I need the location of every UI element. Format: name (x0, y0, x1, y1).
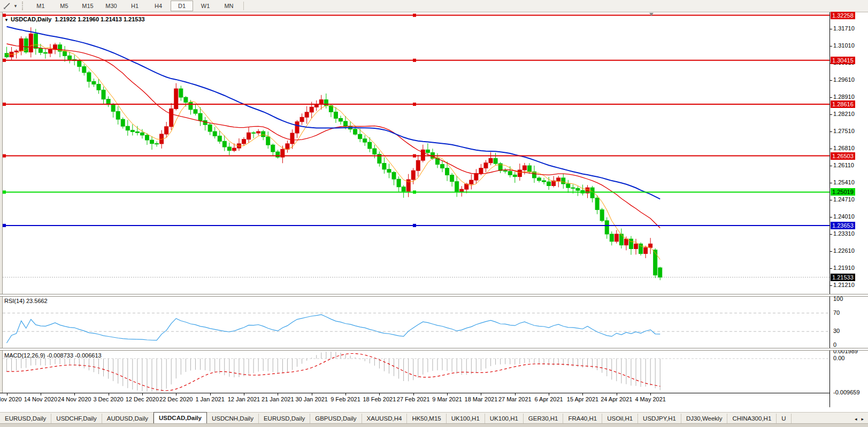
chart-ohlc-values: 1.21922 1.21960 1.21413 1.21533 (55, 16, 144, 22)
rsi-panel[interactable]: RSI(14) 23.5662 (0, 296, 829, 348)
line-drag-handle[interactable] (413, 190, 416, 193)
line-drag-handle[interactable] (413, 14, 416, 17)
line-drag-handle[interactable] (3, 103, 6, 106)
chart-tab-u[interactable]: U (777, 414, 791, 424)
candle-body (194, 110, 197, 113)
price-tick-label: 1.24010 (833, 213, 855, 220)
price-tick-label: 1.31710 (833, 25, 855, 32)
candle-body (170, 109, 173, 127)
timeframe-button-h1[interactable]: H1 (124, 1, 146, 11)
chart-tab-uk100h1[interactable]: UK100,H1 (447, 414, 485, 424)
candle-body (334, 112, 337, 118)
mt4-window: ▾ M1M5M15M30H1H4D1W1MN ▼USDCAD,Daily 1.2… (0, 0, 868, 427)
price-badge: 1.25019 (831, 188, 855, 196)
toolbar: ▾ M1M5M15M30H1H4D1W1MN (0, 0, 868, 12)
candle-body (363, 139, 367, 142)
chart-tab-xauusdh4[interactable]: XAUUSD,H4 (362, 414, 408, 424)
chart-tab-uk100h1[interactable]: UK100,H1 (485, 414, 524, 424)
candle-body (523, 166, 526, 170)
candle-body (600, 209, 604, 221)
date-tick-mark (413, 393, 414, 395)
chart-tab-eurusddaily[interactable]: EURUSD,Daily (259, 414, 310, 424)
candle-body (513, 175, 517, 176)
price-badge: 1.23653 (831, 222, 855, 229)
timeframe-button-m1[interactable]: M1 (29, 1, 52, 11)
candle-body (658, 268, 662, 277)
price-tick-mark (830, 251, 832, 252)
candle-body (527, 166, 531, 172)
candle-body (92, 81, 96, 84)
tab-scroll-right-icon[interactable]: ▸ (859, 416, 866, 422)
tab-scroll-left-icon[interactable]: ◂ (852, 416, 859, 422)
line-drag-handle[interactable] (413, 103, 416, 106)
timeframe-button-mn[interactable]: MN (218, 1, 240, 11)
candle-body (126, 126, 129, 130)
timeframe-button-m15[interactable]: M15 (76, 1, 99, 11)
candle-body (634, 244, 638, 249)
crosshair-tool-icon[interactable] (2, 1, 12, 11)
line-drag-handle[interactable] (413, 59, 416, 62)
tool-dropdown-caret-icon[interactable]: ▾ (12, 3, 19, 9)
line-drag-handle[interactable] (3, 224, 6, 227)
rsi-value: 23.5662 (26, 298, 48, 304)
chart-tab-eurusddaily[interactable]: EURUSD,Daily (0, 414, 51, 424)
chart-tab-hk50m15[interactable]: HK50,M15 (407, 414, 446, 424)
chart-tab-gbpusddaily[interactable]: GBPUSD,Daily (310, 414, 362, 424)
candle-body (87, 73, 91, 81)
candle-body (116, 112, 120, 120)
timeframe-button-h4[interactable]: H4 (147, 1, 170, 11)
timeframe-button-d1[interactable]: D1 (171, 1, 193, 11)
line-drag-handle[interactable] (413, 224, 416, 227)
date-tick-mark (278, 393, 278, 395)
macd-signal-line (7, 354, 660, 391)
timeframe-button-m30[interactable]: M30 (100, 1, 122, 11)
candle-body (614, 234, 618, 242)
candle-body (310, 107, 313, 112)
timeframe-button-w1[interactable]: W1 (194, 1, 217, 11)
line-drag-handle[interactable] (3, 190, 6, 193)
date-tick-mark (345, 393, 346, 395)
ma-45-line (7, 27, 660, 199)
macd-panel[interactable]: MACD(12,26,9) -0.008733 -0.006613 (0, 350, 829, 393)
candle-body (421, 150, 425, 160)
macd-axis-label: -0.009659 (833, 389, 860, 395)
chart-tab-usdcnhdaily[interactable]: USDCNH,Daily (207, 414, 259, 424)
chart-tab-usdcaddaily[interactable]: USDCAD,Daily (153, 412, 207, 424)
line-drag-handle[interactable] (3, 59, 6, 62)
candle-body (121, 119, 125, 126)
symbol-dropdown-icon[interactable]: ▼ (4, 18, 9, 22)
candle-body (382, 163, 386, 169)
candle-body (455, 182, 459, 192)
rsi-axis-label: 30 (833, 328, 840, 334)
chart-tab-dj30weekly[interactable]: DJ30,Weekly (681, 414, 728, 424)
price-tick-mark (830, 268, 832, 269)
panel-divider[interactable] (0, 294, 868, 297)
candle-body (566, 184, 570, 188)
panel-divider[interactable] (0, 348, 868, 351)
line-drag-handle[interactable] (3, 154, 6, 158)
candle-body (387, 169, 391, 173)
candle-body (227, 147, 231, 151)
price-chart-plot[interactable]: ▼USDCAD,Daily 1.21922 1.21960 1.21413 1.… (0, 12, 829, 294)
date-tick-mark (447, 393, 448, 395)
chart-tab-fra40h1[interactable]: FRA40,H1 (563, 414, 602, 424)
price-tick-mark (830, 217, 832, 218)
line-drag-handle[interactable] (413, 154, 416, 158)
date-tick-mark (650, 393, 651, 395)
chart-tab-audusddaily[interactable]: AUDUSD,Daily (102, 414, 153, 424)
candle-body (232, 148, 236, 151)
date-axis[interactable]: 5 Nov 202014 Nov 202024 Nov 20203 Dec 20… (0, 393, 829, 407)
chart-tab-usdjpyh1[interactable]: USDJPY,H1 (638, 414, 681, 424)
chart-tab-china300h1[interactable]: CHINA300,H1 (727, 414, 777, 424)
chart-tab-ger30h1[interactable]: GER30,H1 (524, 414, 564, 424)
price-tick-label: 1.28910 (833, 94, 855, 100)
candle-body (257, 131, 260, 133)
price-tick-label: 1.23310 (833, 230, 855, 237)
date-tick-mark (210, 393, 211, 395)
toolbar-separator (243, 2, 244, 10)
price-tick-label: 1.29610 (833, 76, 855, 83)
timeframe-button-m5[interactable]: M5 (53, 1, 75, 11)
chart-tab-usdchfdaily[interactable]: USDCHF,Daily (51, 414, 102, 424)
chart-tab-usoilh1[interactable]: USOil,H1 (602, 414, 638, 424)
candle-body (213, 131, 217, 136)
